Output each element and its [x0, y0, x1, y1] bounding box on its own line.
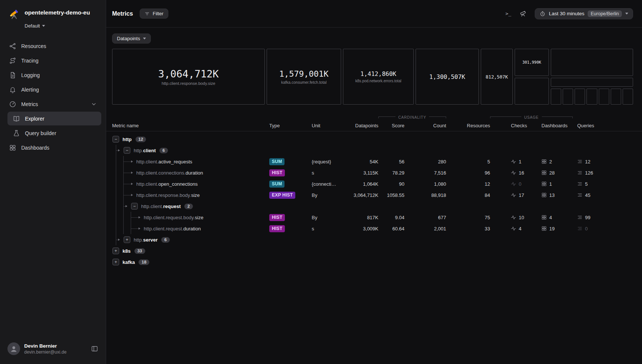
- sidebar-item-alerting[interactable]: Alerting: [4, 83, 101, 96]
- col-metric-name[interactable]: Metric name: [112, 123, 269, 128]
- treemap-cell[interactable]: [563, 89, 573, 105]
- queries-value: 12: [573, 159, 636, 165]
- metric-count-badge: 12: [136, 137, 146, 142]
- metric-leaf-row[interactable]: http.client.active_requestsSUM{request}5…: [106, 156, 642, 167]
- expand-node-toggle[interactable]: +: [124, 236, 130, 243]
- sidebar-item-explorer[interactable]: Explorer: [7, 112, 101, 125]
- brand: opentelemetry-demo-eu: [8, 8, 98, 20]
- sidebar-item-query-builder[interactable]: Query builder: [7, 126, 101, 140]
- user-name: Devin Bernier: [24, 343, 87, 349]
- col-count[interactable]: Count: [404, 123, 446, 128]
- sidebar-item-label: Tracing: [21, 58, 38, 64]
- datapoints-dropdown[interactable]: Datapoints: [112, 33, 151, 44]
- expand-node-toggle[interactable]: +: [112, 259, 119, 265]
- metric-count-badge: 6: [159, 148, 168, 153]
- sidebar-item-resources[interactable]: Resources: [4, 39, 101, 53]
- treemap-cell[interactable]: 301,990K: [515, 49, 549, 76]
- telescope-icon[interactable]: [519, 10, 527, 17]
- treemap-cell[interactable]: [587, 89, 597, 105]
- tree-guide-line: [123, 223, 131, 234]
- datapoints-value: 54K: [349, 159, 378, 165]
- metric-leaf-row[interactable]: http.client.request.body.sizeHISTBy817K9…: [106, 212, 642, 223]
- collapse-node-toggle[interactable]: −: [131, 203, 138, 210]
- metric-name-prefix: http.client.request.body.: [144, 215, 195, 220]
- project-name: opentelemetry-demo-eu: [25, 8, 90, 16]
- treemap-cell[interactable]: [575, 89, 585, 105]
- collapse-node-toggle[interactable]: −: [112, 136, 119, 143]
- treemap-cell[interactable]: [515, 78, 549, 105]
- metric-name: client: [143, 148, 156, 153]
- unit-value: By: [312, 192, 349, 198]
- type-badge: HIST: [269, 214, 285, 221]
- environment-label: Default: [25, 23, 40, 29]
- metric-group-row[interactable]: +kafka18: [106, 256, 642, 268]
- col-score[interactable]: Score: [378, 123, 404, 128]
- col-resources[interactable]: Resources: [446, 123, 490, 128]
- unit-value: {request}: [312, 159, 349, 165]
- telescope-logo-icon: [8, 8, 20, 20]
- col-unit[interactable]: Unit: [312, 123, 349, 128]
- unit-value: s: [312, 170, 349, 176]
- collapse-sidebar-icon[interactable]: [91, 345, 98, 352]
- datapoints-value: 3,115K: [349, 170, 378, 176]
- expand-node-toggle[interactable]: +: [112, 248, 119, 254]
- time-range-selector[interactable]: Last 30 minutes Europe/Berlin: [535, 8, 633, 19]
- filter-icon: [144, 11, 150, 16]
- treemap-cell[interactable]: [551, 49, 633, 76]
- avatar[interactable]: [7, 342, 20, 355]
- metric-name: kafka: [123, 259, 135, 265]
- metric-leaf-row[interactable]: http.client.open_connectionsSUM{connecti…: [106, 178, 642, 189]
- treemap-cell[interactable]: [623, 89, 633, 105]
- metric-name-prefix: http.: [134, 148, 143, 153]
- filter-button[interactable]: Filter: [140, 9, 168, 19]
- content-scroll-area[interactable]: Datapoints 3,064,712K http.client.respon…: [106, 28, 642, 364]
- chevron-down-icon[interactable]: [91, 101, 97, 107]
- sidebar-item-metrics[interactable]: Metrics: [4, 97, 101, 111]
- metric-group-row[interactable]: +http.server6: [106, 234, 642, 245]
- sidebar-item-dashboards[interactable]: Dashboards: [4, 141, 101, 154]
- treemap-cell[interactable]: [599, 89, 609, 105]
- metric-leaf-row[interactable]: http.client.response.body.sizeEXP HISTBy…: [106, 189, 642, 201]
- chevron-down-icon: [625, 13, 628, 15]
- sidebar-item-tracing[interactable]: Tracing: [4, 54, 101, 67]
- dashboards-value: 13: [537, 192, 573, 198]
- col-queries[interactable]: Queries: [573, 123, 636, 128]
- environment-selector[interactable]: Default: [25, 23, 98, 29]
- treemap-cell[interactable]: [551, 78, 633, 87]
- cardinality-count-value: 88,918: [404, 192, 446, 198]
- activity-icon: [511, 215, 516, 220]
- metric-leaf-row[interactable]: http.client.connections.durationHISTs3,1…: [106, 167, 642, 178]
- gauge-icon: [9, 100, 16, 108]
- col-type[interactable]: Type: [269, 123, 312, 128]
- col-dashboards[interactable]: Dashboards: [537, 123, 573, 128]
- terminal-icon[interactable]: >_: [505, 11, 511, 16]
- treemap-cell[interactable]: [551, 89, 561, 105]
- treemap-cell[interactable]: 1,300,507K: [416, 49, 479, 105]
- type-badge: SUM: [269, 158, 285, 165]
- unit-value: s: [312, 226, 349, 232]
- metric-group-row[interactable]: −http.client6: [106, 145, 642, 156]
- sidebar-item-logging[interactable]: Logging: [4, 68, 101, 82]
- filter-label: Filter: [153, 11, 163, 16]
- dashboards-value: 1: [537, 181, 573, 187]
- metric-count-badge: 18: [139, 259, 149, 265]
- col-datapoints[interactable]: Datapoints: [349, 123, 378, 128]
- metric-group-row[interactable]: +k8s33: [106, 245, 642, 256]
- sidebar-nav: Resources Tracing Logging: [0, 39, 106, 154]
- tree-connector-arrow: [116, 234, 120, 245]
- cardinality-count-value: 677: [404, 215, 446, 220]
- sidebar: opentelemetry-demo-eu Default Resources: [0, 0, 106, 364]
- metric-group-row[interactable]: −http.client.request2: [106, 201, 642, 212]
- metric-group-row[interactable]: −http12: [106, 134, 642, 145]
- col-checks[interactable]: Checks: [490, 123, 537, 128]
- treemap-value: 1,300,507K: [429, 73, 465, 80]
- metric-name-cell: −http.client.request2: [112, 201, 269, 212]
- collapse-node-toggle[interactable]: −: [124, 147, 130, 154]
- treemap-cell[interactable]: 1,412,860K k8s.pod.network.errors.total: [343, 49, 414, 105]
- treemap-cell[interactable]: 812,507K: [481, 49, 513, 105]
- metric-name: active_requests: [158, 159, 192, 165]
- metric-leaf-row[interactable]: http.client.request.durationHISTs3,009K6…: [106, 223, 642, 234]
- treemap-cell[interactable]: 1,579,001K kafka.consumer.fetch.total: [267, 49, 341, 105]
- treemap-cell[interactable]: 3,064,712K http.client.response.body.siz…: [112, 49, 265, 105]
- treemap-cell[interactable]: [611, 89, 621, 105]
